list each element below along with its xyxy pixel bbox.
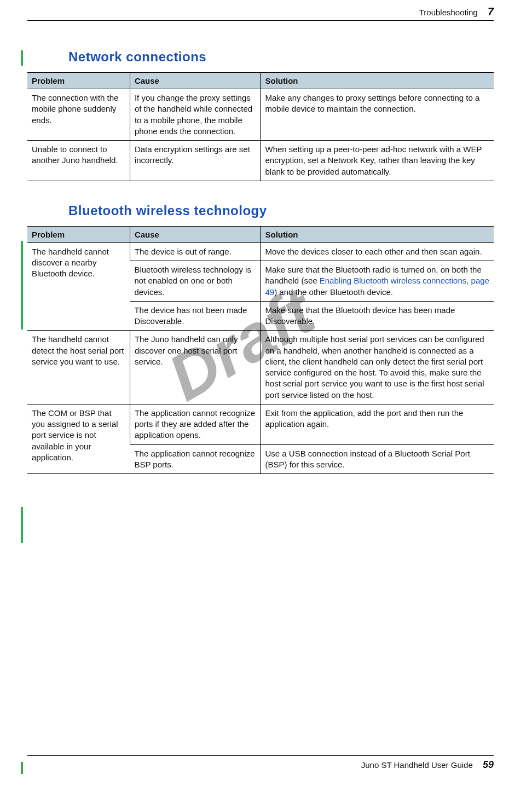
table-row: The COM or BSP that you assigned to a se… [27,404,494,444]
col-header-solution: Solution [261,226,494,242]
footer-page-number: 59 [483,759,494,770]
cell-solution: When setting up a peer-to-peer ad-hoc ne… [261,141,494,181]
header-chapter-number: 7 [488,5,494,18]
cell-solution: Make any changes to proxy settings befor… [261,89,494,141]
table-row: Unable to connect to another Juno handhe… [27,141,494,181]
col-header-problem: Problem [27,226,130,242]
table-bluetooth: Problem Cause Solution The handheld cann… [27,226,494,474]
cell-solution: Make sure that the Bluetooth device has … [261,301,494,331]
col-header-problem: Problem [27,73,130,89]
cell-problem: The connection with the mobile phone sud… [27,89,130,141]
footer-guide-name: Juno ST Handheld User Guide [361,760,473,770]
cell-solution: Exit from the application, add the port … [261,404,494,444]
cell-solution: Use a USB connection instead of a Blueto… [261,444,494,474]
cell-problem: The handheld cannot discover a nearby Bl… [27,242,130,331]
cell-cause: The device has not been made Discoverabl… [130,301,261,331]
page-footer: Juno ST Handheld User Guide 59 [27,755,494,771]
header-section-name: Troubleshooting [419,8,478,17]
cell-solution: Move the devices closer to each other an… [261,242,494,261]
cell-cause: Data encryption settings are set incorre… [130,141,261,181]
section-heading-bluetooth: Bluetooth wireless technology [68,203,494,218]
cell-cause: If you change the proxy settings of the … [130,89,261,141]
cell-cause: The Juno handheld can only discover one … [130,331,261,404]
col-header-solution: Solution [261,73,494,89]
change-bar [21,50,23,66]
page-header: Troubleshooting 7 [27,5,494,21]
cell-cause: The application cannot recognize ports i… [130,404,261,444]
change-bar [21,762,23,774]
table-network-connections: Problem Cause Solution The connection wi… [27,72,494,181]
change-bar [21,241,23,330]
cell-problem: The COM or BSP that you assigned to a se… [27,404,130,473]
change-bar [21,507,23,543]
page-content: Network connections Problem Cause Soluti… [27,49,494,496]
table-row: The handheld cannot discover a nearby Bl… [27,242,494,261]
table-row: The connection with the mobile phone sud… [27,89,494,141]
col-header-cause: Cause [130,73,261,89]
cell-problem: Unable to connect to another Juno handhe… [27,141,130,181]
cell-problem: The handheld cannot detect the host seri… [27,331,130,404]
cell-solution: Although multiple host serial port servi… [261,331,494,404]
cell-cause: The device is out of range. [130,242,261,261]
cell-cause: Bluetooth wireless technology is not ena… [130,261,261,302]
solution-text-post: ) and the other Bluetooth device. [274,287,393,297]
cell-cause: The application cannot recognize BSP por… [130,444,261,474]
section-heading-network: Network connections [68,49,494,65]
table-header-row: Problem Cause Solution [27,226,494,242]
cell-solution: Make sure that the Bluetooth radio is tu… [261,261,494,302]
col-header-cause: Cause [130,226,261,242]
table-header-row: Problem Cause Solution [27,73,494,89]
table-row: The handheld cannot detect the host seri… [27,331,494,404]
page: Troubleshooting 7 Network connections Pr… [0,0,532,786]
